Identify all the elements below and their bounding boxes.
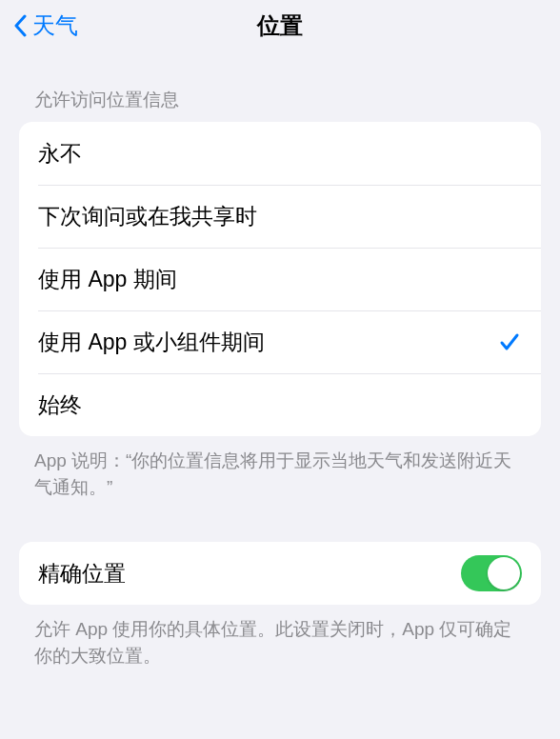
page-title: 位置 bbox=[257, 10, 303, 41]
toggle-knob bbox=[488, 557, 520, 589]
option-never[interactable]: 永不 bbox=[19, 122, 541, 185]
section-footer-access: App 说明：“你的位置信息将用于显示当地天气和发送附近天气通知。” bbox=[0, 436, 560, 500]
section-header-access: 允许访问位置信息 bbox=[0, 51, 560, 122]
back-label: 天气 bbox=[32, 10, 78, 41]
section-footer-precise: 允许 App 使用你的具体位置。此设置关闭时，App 仅可确定你的大致位置。 bbox=[0, 605, 560, 669]
option-label: 始终 bbox=[38, 390, 82, 420]
precise-location-label: 精确位置 bbox=[38, 559, 126, 589]
option-label: 下次询问或在我共享时 bbox=[38, 202, 257, 231]
back-button[interactable]: 天气 bbox=[11, 10, 78, 41]
option-ask-next-time[interactable]: 下次询问或在我共享时 bbox=[19, 185, 541, 248]
access-options-group: 永不 下次询问或在我共享时 使用 App 期间 使用 App 或小组件期间 始终 bbox=[19, 122, 541, 436]
chevron-left-icon bbox=[11, 12, 29, 39]
nav-header: 天气 位置 bbox=[0, 0, 560, 51]
precise-location-row[interactable]: 精确位置 bbox=[19, 542, 541, 605]
checkmark-icon bbox=[497, 330, 522, 354]
option-label: 永不 bbox=[38, 139, 82, 169]
option-while-using-app[interactable]: 使用 App 期间 bbox=[19, 248, 541, 310]
precise-location-toggle[interactable] bbox=[461, 555, 522, 591]
option-always[interactable]: 始终 bbox=[19, 373, 541, 436]
option-label: 使用 App 或小组件期间 bbox=[38, 328, 265, 357]
precise-location-group: 精确位置 bbox=[19, 542, 541, 605]
option-while-using-app-or-widgets[interactable]: 使用 App 或小组件期间 bbox=[19, 310, 541, 373]
option-label: 使用 App 期间 bbox=[38, 265, 177, 294]
